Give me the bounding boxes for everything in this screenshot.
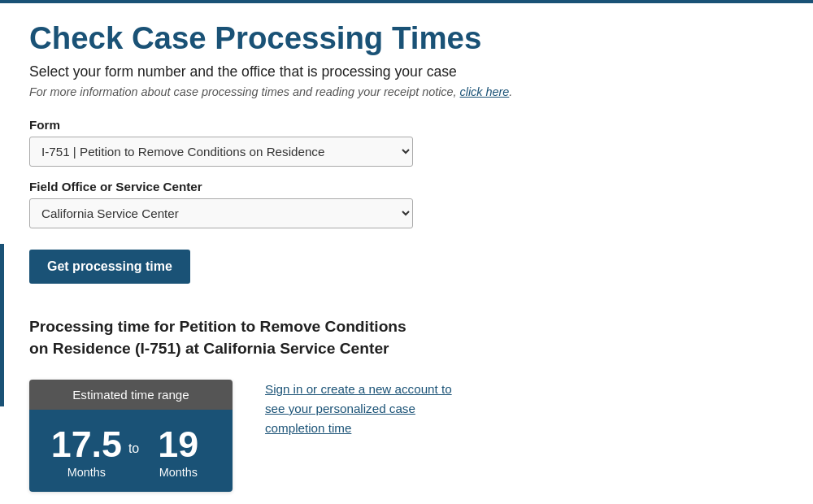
time-to-text: to (122, 441, 146, 456)
time-to: 19 Months (146, 426, 211, 479)
office-form-group: Field Office or Service Center Californi… (29, 180, 784, 228)
results-body: Estimated time range 17.5 Months to 19 M… (29, 380, 784, 492)
info-text: For more information about case processi… (29, 85, 784, 98)
results-section: Processing time for Petition to Remove C… (29, 316, 784, 504)
time-card-header: Estimated time range (29, 380, 233, 410)
form-group: Form I-751 | Petition to Remove Conditio… (29, 118, 784, 167)
time-to-unit: Months (146, 466, 211, 479)
page-subtitle: Select your form number and the office t… (29, 63, 784, 80)
time-from: 17.5 Months (51, 426, 122, 479)
results-title: Processing time for Petition to Remove C… (29, 316, 420, 360)
page-title: Check Case Processing Times (29, 20, 784, 57)
time-from-unit: Months (51, 466, 122, 479)
time-range-card: Estimated time range 17.5 Months to 19 M… (29, 380, 233, 492)
time-to-number: 19 (146, 426, 211, 463)
left-accent-bar (0, 244, 4, 406)
time-from-number: 17.5 (51, 426, 122, 463)
personalized-link-container: Sign in or create a new account to see y… (265, 380, 468, 438)
personalized-link[interactable]: Sign in or create a new account to see y… (265, 382, 452, 435)
form-select[interactable]: I-751 | Petition to Remove Conditions on… (29, 137, 413, 167)
info-text-prefix: For more information about case processi… (29, 85, 457, 98)
time-card-body: 17.5 Months to 19 Months (29, 410, 233, 492)
main-content: Check Case Processing Times Select your … (0, 3, 813, 504)
get-processing-time-button[interactable]: Get processing time (29, 250, 190, 284)
office-select[interactable]: California Service Center (29, 198, 413, 228)
form-label: Form (29, 118, 784, 132)
office-label: Field Office or Service Center (29, 180, 784, 193)
click-here-link[interactable]: click here (460, 85, 510, 98)
